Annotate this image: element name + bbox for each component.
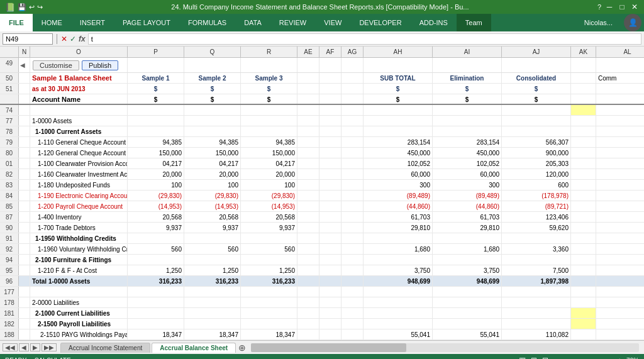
publish-button[interactable]: Publish (82, 60, 118, 70)
page-layout-icon[interactable]: ⊞ (531, 356, 537, 359)
customise-button[interactable]: Customise (33, 60, 79, 70)
sheet-tab-balance[interactable]: Accrual Balance Sheet (152, 343, 236, 353)
cell-49-elimination (433, 58, 502, 72)
col-header-AG[interactable]: AG (341, 47, 364, 57)
assets-section: 1-0000 Assets (30, 116, 128, 126)
row-92: 92 1-1960 Voluntary Withholding Credits … (0, 244, 644, 255)
tab-team[interactable]: Team (457, 14, 491, 31)
row-182: 182 2-1500 Payroll Liabilities (0, 319, 644, 329)
column-headers: N O P Q R AE AF AG AH AI AJ AK AL (0, 47, 644, 58)
cell-51-af (319, 84, 341, 94)
formula-input[interactable] (88, 33, 641, 45)
col-header-R[interactable]: R (241, 47, 297, 57)
row-96-total: 96 Total 1-0000 Assets 316,233 316,233 3… (0, 276, 644, 287)
zoom-in-icon[interactable]: + (618, 357, 621, 360)
col-header-AL[interactable]: AL (596, 47, 644, 57)
tab-user[interactable]: Nicolas... (575, 14, 621, 31)
row-78: 78 1-1000 Current Assets (0, 126, 644, 137)
row-87: 87 1-400 Inventory 20,568 20,568 20,568 … (0, 212, 644, 223)
row-49: 49 ◀ Customise Publish (0, 58, 644, 73)
cell-50-consolidated: Consolidated (502, 73, 571, 83)
row-79: 79 1-110 General Cheque Account 1 94,385… (0, 137, 644, 148)
cell-51-o: as at 30 JUN 2013 (30, 84, 128, 94)
nav-left-arrow[interactable]: ◀ (19, 60, 26, 70)
col-header-O[interactable]: O (30, 47, 128, 57)
tab-nav-prev[interactable]: ◀ (19, 343, 29, 351)
undo-btn[interactable]: ↩ (29, 3, 35, 11)
tab-formulas[interactable]: FORMULAS (179, 14, 235, 31)
cell-50-af (319, 73, 341, 83)
formula-confirm-icon[interactable]: ✓ (70, 35, 76, 43)
col-header-AK[interactable]: AK (571, 47, 596, 57)
cell-50-q: Sample 2 (184, 73, 241, 83)
normal-view-icon[interactable]: ▦ (519, 356, 526, 359)
status-bar: READY CALCULATE ▦ ⊞ ⊟ − + 70% (0, 354, 644, 359)
zoom-out-icon[interactable]: − (553, 357, 557, 360)
formula-bar: ✕ ✓ fx (0, 31, 644, 47)
current-assets-section: 1-1000 Current Assets (30, 126, 128, 136)
row-94: 94 2-100 Furniture & Fittings (0, 255, 644, 265)
minimize-btn[interactable]: ─ (605, 3, 614, 11)
name-box[interactable] (3, 33, 53, 45)
cell-acct-ak (571, 94, 596, 104)
cell-acct-subtotal: $ (364, 94, 433, 104)
col-header-AH[interactable]: AH (364, 47, 433, 57)
sheet-tab-income[interactable]: Accrual Income Statement (60, 343, 150, 353)
cell-51-p: $ (128, 84, 184, 94)
cell-49-consolidated (502, 58, 571, 72)
tab-home[interactable]: HOME (33, 14, 71, 31)
hscrollbar[interactable] (251, 343, 639, 352)
cell-50-subtotal: SUB TOTAL (364, 73, 433, 83)
row-80: 80 1-120 General Cheque Account 2 150,00… (0, 148, 644, 158)
tab-nav-first[interactable]: ◀◀ (3, 343, 18, 351)
col-header-AF[interactable]: AF (319, 47, 341, 57)
tab-file[interactable]: FILE (0, 14, 33, 31)
cell-49-subtotal (364, 58, 433, 72)
col-header-N[interactable]: N (19, 47, 30, 57)
cell-51-q: $ (184, 84, 241, 94)
cell-49-o: Customise Publish (30, 58, 128, 72)
formula-divider (57, 34, 57, 44)
tab-page-layout[interactable]: PAGE LAYOUT (114, 14, 179, 31)
sheet-tab-nav: ◀◀ ◀ ▶ ▶▶ (0, 343, 59, 351)
tab-developer[interactable]: DEVELOPER (350, 14, 410, 31)
redo-btn[interactable]: ↪ (37, 3, 43, 11)
tab-view[interactable]: VIEW (315, 14, 350, 31)
tab-add-ins[interactable]: ADD-INS (411, 14, 457, 31)
row-84: 84 1-190 Electronic Clearing Account (29… (0, 191, 644, 201)
formula-fx-icon[interactable]: fx (79, 35, 86, 43)
cell-49-n[interactable]: ◀ (19, 58, 30, 72)
quick-access-save[interactable]: 💾 (18, 3, 26, 11)
col-header-Q[interactable]: Q (184, 47, 241, 57)
col-header-P[interactable]: P (128, 47, 184, 57)
row-95: 95 1-210 F & F - At Cost 1,250 1,250 1,2… (0, 265, 644, 276)
add-sheet-btn[interactable]: ⊕ (238, 343, 246, 353)
cell-acct-consolidated: $ (502, 94, 571, 104)
col-header-AE[interactable]: AE (297, 47, 319, 57)
tab-nav-next[interactable]: ▶ (30, 343, 40, 351)
col-header-AJ[interactable]: AJ (502, 47, 571, 57)
tab-insert[interactable]: INSERT (71, 14, 114, 31)
maximize-btn[interactable]: □ (618, 3, 626, 11)
excel-icon: 📗 (5, 3, 15, 12)
cell-acct-q: $ (184, 94, 241, 104)
tab-nav-last[interactable]: ▶▶ (42, 343, 57, 351)
cell-50-r: Sample 3 (241, 73, 297, 83)
cell-acct-elimination: $ (433, 94, 502, 104)
help-btn[interactable]: ? (597, 3, 601, 11)
cell-49-af (319, 58, 341, 72)
row-177: 177 (0, 287, 644, 297)
cell-50-p: Sample 1 (128, 73, 184, 83)
close-btn[interactable]: ✕ (630, 3, 639, 11)
row-178: 178 2-0000 Liabilities (0, 297, 644, 308)
cell-51-subtotal: $ (364, 84, 433, 94)
col-header-AI[interactable]: AI (433, 47, 502, 57)
row-83: 83 1-180 Undeposited Funds 100 100 100 3… (0, 180, 644, 191)
tab-review[interactable]: REVIEW (270, 14, 315, 31)
page-break-icon[interactable]: ⊟ (542, 356, 548, 359)
tab-data[interactable]: DATA (235, 14, 270, 31)
row-account-name: Account Name $ $ $ $ $ $ (0, 94, 644, 105)
formula-cancel-icon[interactable]: ✕ (61, 35, 67, 43)
row-85: 85 1-200 Payroll Cheque Account (14,953)… (0, 201, 644, 212)
row-50: 50 Sample 1 Balance Sheet Sample 1 Sampl… (0, 73, 644, 84)
